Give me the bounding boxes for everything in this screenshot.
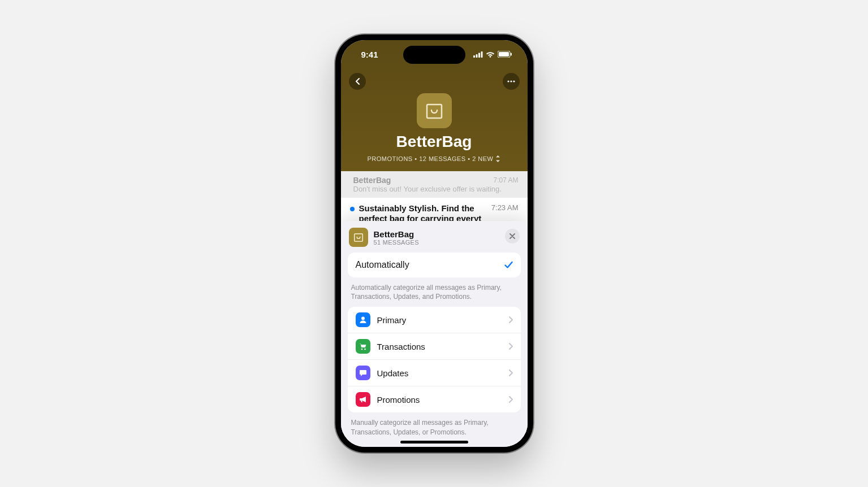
back-button[interactable]: [349, 73, 366, 90]
status-time: 9:41: [361, 50, 378, 59]
svg-point-10: [513, 80, 515, 82]
auto-row[interactable]: Automatically: [348, 253, 521, 277]
sheet-brand-icon: [349, 228, 368, 247]
manual-helper: Manually categorize all messages as Prim…: [348, 418, 521, 436]
svg-point-15: [364, 349, 366, 350]
brand-subline-button[interactable]: PROMOTIONS • 12 MESSAGES • 2 NEW: [368, 155, 501, 162]
category-row-primary[interactable]: Primary: [348, 307, 521, 333]
categorize-sheet: BetterBag 51 MESSAGES Automatically A: [341, 221, 528, 447]
brand-name: BetterBag: [396, 133, 472, 151]
svg-point-8: [507, 80, 509, 82]
checkmark-icon: [504, 261, 513, 269]
message-snippet: Don't miss out! Your exclusive offer is …: [353, 185, 519, 193]
svg-rect-6: [499, 52, 509, 56]
category-label: Updates: [377, 368, 502, 378]
mega-icon: [356, 392, 370, 407]
svg-point-13: [361, 317, 365, 320]
message-title-l1: Sustainably Stylish. Find the: [359, 203, 482, 214]
brand-subline: PROMOTIONS • 12 MESSAGES • 2 NEW: [368, 155, 494, 162]
auto-label: Automatically: [356, 260, 409, 270]
message-row-dim[interactable]: BetterBag 7:07 AM Don't miss out! Your e…: [341, 171, 528, 198]
sheet-title: BetterBag: [374, 229, 419, 239]
phone-frame: 9:41: [335, 34, 533, 453]
category-label: Transactions: [377, 342, 502, 351]
svg-point-4: [489, 56, 491, 58]
svg-rect-12: [354, 234, 362, 241]
svg-point-14: [361, 349, 362, 350]
svg-rect-1: [476, 54, 477, 58]
cellular-icon: [473, 51, 483, 58]
category-row-transactions[interactable]: Transactions: [348, 333, 521, 359]
status-right: [473, 51, 512, 58]
svg-rect-3: [481, 51, 482, 58]
category-label: Primary: [377, 315, 502, 325]
auto-helper: Automatically categorize all messages as…: [348, 283, 521, 301]
category-list: PrimaryTransactionsUpdatesPromotions: [348, 307, 521, 412]
svg-rect-11: [427, 105, 442, 118]
battery-icon: [498, 51, 512, 58]
more-button[interactable]: [503, 73, 520, 90]
sheet-subtitle: 51 MESSAGES: [374, 239, 419, 246]
close-button[interactable]: [505, 229, 520, 244]
chevron-right-icon: [509, 369, 513, 376]
category-row-promotions[interactable]: Promotions: [348, 386, 521, 412]
message-sender: BetterBag: [353, 176, 391, 185]
chevron-right-icon: [509, 343, 513, 350]
chevron-right-icon: [509, 396, 513, 403]
phone-screen: 9:41: [341, 40, 528, 447]
auto-card: Automatically: [348, 253, 521, 277]
svg-point-9: [510, 80, 512, 82]
svg-rect-2: [478, 53, 480, 58]
unread-dot-icon: [350, 207, 355, 211]
category-label: Promotions: [377, 395, 502, 405]
sheet-header: BetterBag 51 MESSAGES: [348, 228, 521, 247]
wifi-icon: [486, 51, 495, 58]
chat-icon: [356, 366, 370, 380]
svg-rect-0: [473, 55, 475, 58]
chevron-right-icon: [509, 316, 513, 323]
close-icon: [509, 233, 515, 239]
category-row-updates[interactable]: Updates: [348, 359, 521, 386]
svg-rect-7: [511, 53, 512, 56]
person-icon: [356, 312, 370, 327]
dynamic-island: [403, 46, 465, 64]
sort-icon: [495, 155, 500, 162]
brand-icon: [417, 93, 452, 128]
cart-icon: [356, 339, 370, 354]
home-indicator[interactable]: [400, 441, 468, 443]
message-time: 7:07 AM: [493, 176, 518, 184]
